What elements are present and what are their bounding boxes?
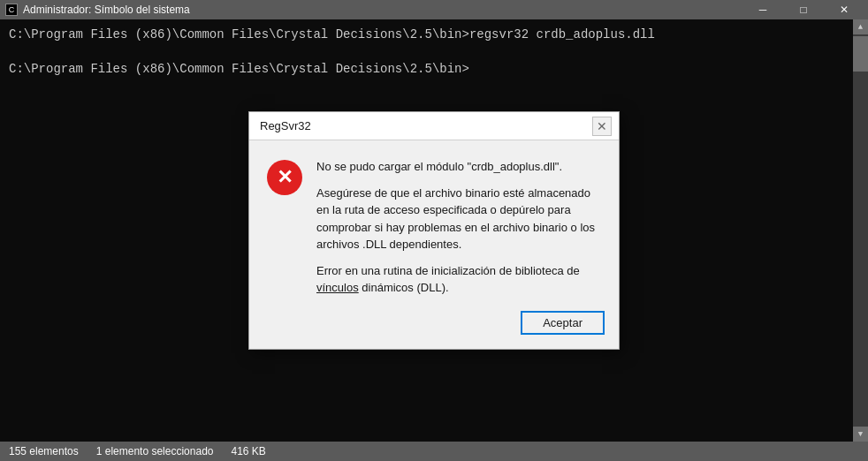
minimize-button[interactable]: ─ [742,0,783,19]
scroll-track[interactable] [853,34,868,427]
dialog-body: ✕ No se pudo cargar el módulo "crdb_adop… [249,140,619,311]
message-line2: Asegúrese de que el archivo binario esté… [316,185,601,253]
close-button[interactable]: ✕ [824,0,864,19]
status-bar: 155 elementos 1 elemento seleccionado 41… [0,442,868,461]
message-line3-text1: Error en una rutina de inicialización de… [316,264,580,295]
cmd-icon: C [5,4,18,16]
message-line1: No se pudo cargar el módulo "crdb_adoplu… [316,158,601,176]
error-icon: ✕ [267,160,302,195]
scrollbar[interactable]: ▲ ▼ [853,19,868,442]
scroll-thumb[interactable] [853,36,868,72]
regsvr32-dialog: RegSvr32 ✕ ✕ No se pudo cargar el módulo… [248,111,620,350]
status-size: 416 KB [232,445,266,457]
message-line3: Error en una rutina de inicialización de… [316,262,601,297]
title-bar: C Administrador: Símbolo del sistema ─ □… [0,0,868,19]
window-title: Administrador: Símbolo del sistema [23,4,190,16]
dialog-title: RegSvr32 [260,119,311,132]
dialog-close-button[interactable]: ✕ [592,117,612,136]
status-selected: 1 elemento seleccionado [96,445,214,457]
title-bar-controls: ─ □ ✕ [742,0,864,19]
scroll-down-arrow[interactable]: ▼ [853,427,868,442]
dialog-title-bar: RegSvr32 ✕ [249,112,619,140]
status-items: 155 elementos [9,445,79,457]
main-window: C Administrador: Símbolo del sistema ─ □… [0,0,868,461]
dialog-message: No se pudo cargar el módulo "crdb_adoplu… [316,158,601,297]
dialog-footer: Aceptar [249,311,619,349]
maximize-button[interactable]: □ [783,0,824,19]
title-bar-left: C Administrador: Símbolo del sistema [5,4,190,16]
error-x-symbol: ✕ [277,166,293,189]
error-circle: ✕ [267,160,302,195]
terminal-line-3: C:\Program Files (x86)\Common Files\Crys… [9,61,859,79]
terminal-line-1: C:\Program Files (x86)\Common Files\Crys… [9,26,859,44]
vinculos-underline: vínculos [316,281,359,294]
accept-button[interactable]: Aceptar [521,311,605,335]
scroll-up-arrow[interactable]: ▲ [853,19,868,34]
terminal-line-2 [9,44,859,62]
